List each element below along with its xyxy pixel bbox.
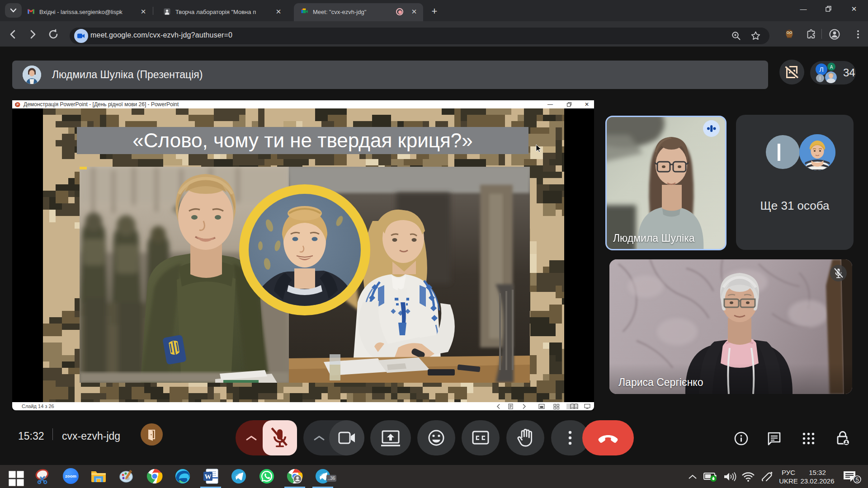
svg-text:34: 34 [843,66,855,79]
svg-text:A: A [830,65,833,70]
svg-text:P: P [17,103,19,107]
svg-text:5: 5 [855,476,859,483]
svg-text:W: W [205,473,212,480]
svg-text:І: І [820,76,821,81]
svg-text:Л: Л [819,66,824,73]
